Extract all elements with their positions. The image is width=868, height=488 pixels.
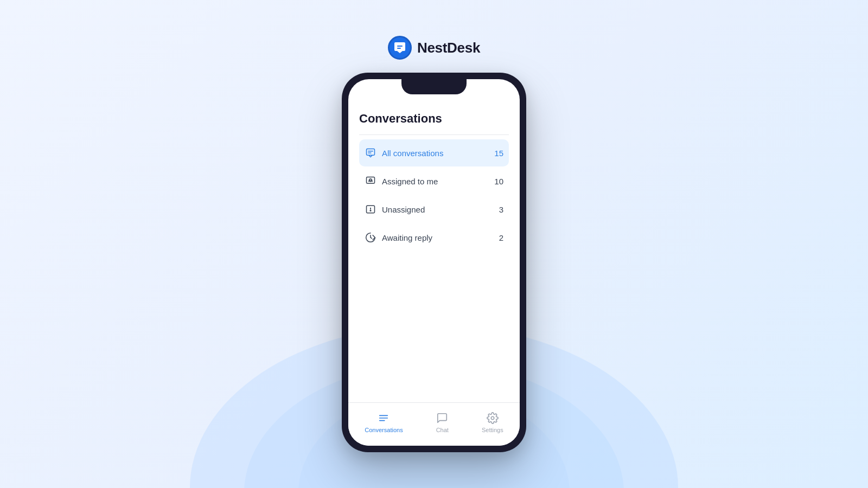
divider bbox=[359, 134, 509, 135]
conversations-nav-icon bbox=[377, 412, 390, 425]
settings-nav-label: Settings bbox=[482, 427, 503, 433]
svg-rect-0 bbox=[367, 149, 375, 156]
unassigned-icon bbox=[365, 203, 376, 215]
svg-point-8 bbox=[491, 416, 494, 420]
awaiting-reply-label: Awaiting reply bbox=[382, 233, 432, 242]
svg-point-4 bbox=[370, 210, 371, 211]
nav-settings[interactable]: Settings bbox=[471, 408, 514, 436]
app-title: NestDesk bbox=[417, 40, 480, 56]
settings-nav-icon bbox=[486, 412, 499, 425]
all-conversations-label: All conversations bbox=[382, 149, 443, 158]
page-title: Conversations bbox=[359, 112, 509, 126]
phone-screen: Conversations bbox=[348, 79, 520, 446]
awaiting-reply-count: 2 bbox=[499, 233, 503, 242]
nav-conversations[interactable]: Conversations bbox=[354, 408, 413, 436]
unassigned-label: Unassigned bbox=[382, 205, 425, 214]
app-logo-icon bbox=[388, 36, 412, 60]
chat-nav-icon bbox=[436, 412, 449, 425]
nav-chat[interactable]: Chat bbox=[425, 408, 459, 436]
awaiting-reply-icon bbox=[365, 232, 376, 243]
menu-item-all-conversations[interactable]: All conversations 15 bbox=[359, 139, 509, 166]
assigned-to-me-count: 10 bbox=[494, 177, 503, 186]
all-conversations-count: 15 bbox=[494, 149, 503, 158]
phone-frame: Conversations bbox=[342, 73, 526, 452]
bottom-nav: Conversations Chat bbox=[348, 402, 520, 446]
chat-nav-label: Chat bbox=[436, 427, 449, 433]
all-conversations-icon bbox=[365, 147, 376, 159]
phone-notch bbox=[401, 79, 467, 94]
app-header: NestDesk bbox=[388, 36, 480, 60]
screen-content: Conversations bbox=[348, 79, 520, 402]
assigned-to-me-label: Assigned to me bbox=[382, 177, 438, 186]
phone-mockup: Conversations bbox=[342, 73, 526, 452]
menu-item-awaiting-reply[interactable]: Awaiting reply 2 bbox=[359, 224, 509, 251]
menu-list: All conversations 15 bbox=[359, 139, 509, 251]
unassigned-count: 3 bbox=[499, 205, 503, 214]
conversations-nav-label: Conversations bbox=[365, 427, 403, 433]
assigned-to-me-icon bbox=[365, 175, 376, 187]
menu-item-unassigned[interactable]: Unassigned 3 bbox=[359, 196, 509, 223]
menu-item-assigned-to-me[interactable]: Assigned to me 10 bbox=[359, 168, 509, 195]
